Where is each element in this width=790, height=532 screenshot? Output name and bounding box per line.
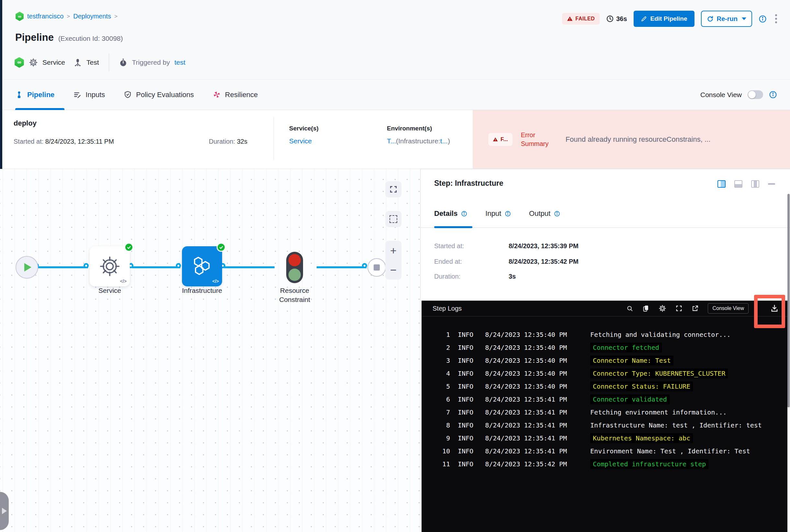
console-view-label: Console View <box>700 91 742 99</box>
fullscreen-icon <box>389 185 398 193</box>
canvas-select-button[interactable] <box>385 211 402 227</box>
tab-pipeline[interactable]: Pipeline <box>15 91 54 99</box>
rerun-button[interactable]: Re-run <box>701 11 752 27</box>
layout-split-vertical-button[interactable] <box>717 180 725 188</box>
detail-row-duration: Duration: 3s <box>434 273 516 280</box>
node-label-infrastructure: Infrastructure <box>174 286 230 295</box>
title-row: Pipeline (Execution Id: 30098) <box>15 32 123 43</box>
end-node <box>367 258 386 277</box>
log-message: Connector Type: KUBERNETES_CLUSTER <box>590 368 728 378</box>
meta-divider <box>109 53 109 72</box>
log-message: Connector validated <box>590 395 669 404</box>
tab-output[interactable]: Output <box>529 209 560 218</box>
active-tab-underline <box>434 226 472 228</box>
zoom-in-button[interactable]: + <box>390 245 397 256</box>
log-row: 8 INFO 8/24/2023 12:35:41 PM Infrastruct… <box>422 419 787 432</box>
log-message: Fetching and validating connector... <box>590 331 731 339</box>
log-timestamp: 8/24/2023 12:35:42 PM <box>485 460 567 468</box>
log-line-number: 5 <box>422 382 450 390</box>
canvas-fullscreen-button[interactable] <box>385 181 402 197</box>
triggered-by-user-link[interactable]: test <box>174 59 185 66</box>
log-timestamp: 8/24/2023 12:35:40 PM <box>485 357 567 364</box>
gear-icon[interactable] <box>659 304 666 312</box>
tab-input[interactable]: Input <box>485 209 511 218</box>
shield-check-icon <box>124 91 132 99</box>
panel-scrollbar-thumb[interactable] <box>787 194 790 407</box>
minimize-panel-button[interactable] <box>768 183 775 185</box>
more-options-menu[interactable] <box>773 13 779 24</box>
service-node[interactable]: </> <box>90 246 130 286</box>
log-row: 9 INFO 8/24/2023 12:35:41 PM Kubernetes … <box>422 432 787 444</box>
chevron-down-icon <box>742 18 746 20</box>
log-timestamp: 8/24/2023 12:35:41 PM <box>485 408 567 416</box>
tab-policy-evaluations[interactable]: Policy Evaluations <box>124 91 194 99</box>
log-timestamp: 8/24/2023 12:35:41 PM <box>485 396 567 403</box>
console-view-button[interactable]: Console View <box>708 303 749 314</box>
info-icon <box>461 211 467 217</box>
info-icon[interactable] <box>758 15 767 23</box>
layout-split-horizontal-button[interactable] <box>734 180 742 188</box>
log-level: INFO <box>458 396 473 403</box>
environments-column: Environment(s) T...(Infrastructure:t...) <box>387 125 450 145</box>
copy-icon[interactable] <box>642 305 649 312</box>
edge-start-service <box>38 266 88 268</box>
harness-pipeline-icon: ∞ <box>14 57 24 68</box>
search-icon[interactable] <box>626 305 633 312</box>
stop-icon <box>374 264 380 270</box>
code-glyph: </> <box>120 279 127 284</box>
stage-name[interactable]: deploy <box>14 119 37 128</box>
fullscreen-icon[interactable] <box>675 305 682 312</box>
download-logs-button[interactable] <box>770 304 779 312</box>
edit-pipeline-button[interactable]: Edit Pipeline <box>633 11 695 27</box>
log-line-number: 6 <box>422 396 450 403</box>
log-level: INFO <box>458 369 473 377</box>
node-label-service: Service <box>90 286 130 295</box>
environment-icon <box>73 58 82 66</box>
log-timestamp: 8/24/2023 12:35:41 PM <box>485 447 567 455</box>
canvas-zoom-controls: + − <box>385 241 402 280</box>
breadcrumb-deployments-link[interactable]: Deployments <box>73 13 111 20</box>
console-view-toggle[interactable] <box>748 90 763 99</box>
breadcrumb-project-link[interactable]: testfrancisco <box>27 13 63 20</box>
layout-right-drawer-button[interactable] <box>751 180 759 188</box>
step-detail-tabs: Details Input Output <box>434 209 560 218</box>
marquee-select-icon <box>389 215 397 223</box>
environment-link[interactable]: T...(Infrastructure:t...) <box>387 137 450 145</box>
log-level: INFO <box>458 357 473 364</box>
log-timestamp: 8/24/2023 12:35:40 PM <box>485 382 567 390</box>
log-line-number: 9 <box>422 434 450 442</box>
pipeline-canvas[interactable]: </> </> Service Infrastructure Resource … <box>0 169 420 532</box>
log-level: INFO <box>458 344 473 352</box>
log-level: INFO <box>458 421 473 429</box>
clock-icon <box>606 15 614 23</box>
log-line-number: 8 <box>422 421 450 429</box>
breadcrumb-separator: > <box>114 13 117 20</box>
service-link[interactable]: Service <box>289 137 318 145</box>
log-message: Infrastructure Name: test , Identifier: … <box>590 421 762 429</box>
log-timestamp: 8/24/2023 12:35:41 PM <box>485 421 567 429</box>
environment-name-label[interactable]: Test <box>87 59 99 66</box>
log-line-number: 1 <box>422 331 450 339</box>
tab-resilience[interactable]: Resilience <box>213 91 258 99</box>
open-in-new-icon[interactable] <box>692 305 699 312</box>
zoom-out-button[interactable]: − <box>390 264 397 276</box>
service-name-label[interactable]: Service <box>42 59 65 66</box>
port <box>84 263 89 268</box>
log-row: 2 INFO 8/24/2023 12:35:40 PM Connector f… <box>422 341 787 354</box>
log-row: 6 INFO 8/24/2023 12:35:41 PM Connector v… <box>422 393 787 406</box>
resource-constraint-node[interactable] <box>286 252 303 283</box>
tab-inputs[interactable]: Inputs <box>73 91 105 99</box>
harness-logo-icon: ∞ <box>15 12 24 21</box>
detail-row-started: Started at: 8/24/2023, 12:35:39 PM <box>434 242 578 250</box>
tab-details[interactable]: Details <box>434 209 467 218</box>
infrastructure-node[interactable]: </> <box>182 246 222 286</box>
error-summary-text: Found already running resourceConstrains… <box>566 135 711 144</box>
expand-panel-handle[interactable] <box>0 492 9 530</box>
log-level: INFO <box>458 434 473 442</box>
log-line-number: 2 <box>422 344 450 352</box>
app-root: ∞ testfrancisco > Deployments > Pipeline… <box>0 0 790 532</box>
stage-started-at: Started at: 8/24/2023, 12:35:11 PM <box>14 138 114 145</box>
info-icon[interactable] <box>769 91 777 99</box>
play-icon <box>24 263 32 271</box>
log-level: INFO <box>458 331 473 339</box>
